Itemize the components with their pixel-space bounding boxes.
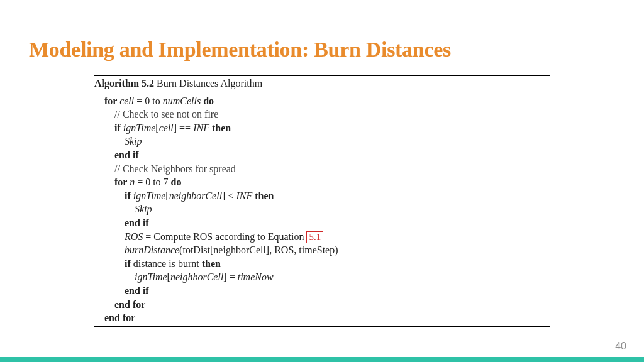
text-eq0to: = 0 to xyxy=(134,96,162,106)
stmt-skip: Skip xyxy=(125,136,142,146)
var-cell-2: cell xyxy=(159,123,174,133)
var-neighborcell-2: neighborCell xyxy=(170,272,223,282)
kw-if-3: if xyxy=(125,258,133,269)
rbracket-eq: ] == xyxy=(174,123,193,133)
rbracket-eq-2: ] = xyxy=(223,272,237,282)
var-ros: ROS xyxy=(125,231,143,242)
algo-line-if-inf: if ignTime[cell] == INF then xyxy=(94,121,550,135)
var-n: n xyxy=(130,177,135,187)
var-igntime: ignTime xyxy=(123,123,156,133)
footer-accent-bar xyxy=(0,357,644,362)
slide-title: Modeling and Implementation: Burn Distan… xyxy=(29,38,451,62)
algorithm-label: Algorithm 5.2 xyxy=(94,78,154,89)
kw-endfor-2: end for xyxy=(104,312,135,323)
algorithm-body: for cell = 0 to numCells do // Check to … xyxy=(94,92,550,326)
kw-endif: end if xyxy=(114,150,139,160)
var-neighborcell: neighborCell xyxy=(169,190,222,201)
algorithm-name: Burn Distances Algorithm xyxy=(154,78,262,89)
slide: Modeling and Implementation: Burn Distan… xyxy=(0,0,644,362)
kw-then-3: then xyxy=(202,258,221,269)
var-igntime-3: ignTime xyxy=(135,272,167,282)
algo-line-endfor-1: end for xyxy=(94,298,550,312)
algo-line-endfor-2: end for xyxy=(94,311,550,325)
algo-line-skip-1: Skip xyxy=(94,134,550,148)
algo-line-if-burnt: if distance is burnt then xyxy=(94,257,550,271)
algo-line-assign: ignTime[neighborCell] = timeNow xyxy=(94,270,550,284)
algo-line-endif-2: end if xyxy=(94,216,550,230)
rule-bottom xyxy=(94,326,550,327)
kw-endif-2: end if xyxy=(125,217,149,228)
algo-line-for-cells: for cell = 0 to numCells do xyxy=(94,94,550,108)
kw-endif-3: end if xyxy=(125,285,149,296)
kw-do-2: do xyxy=(171,177,182,187)
kw-for: for xyxy=(104,96,119,106)
text-compute-ros: = Compute ROS according to Equation xyxy=(143,231,306,242)
equation-ref[interactable]: 5.1 xyxy=(306,231,323,243)
algorithm-header: Algorithm 5.2 Burn Distances Algorithm xyxy=(94,76,550,92)
algo-line-comment-2: // Check Neighbors for spread xyxy=(94,162,550,176)
var-timenow: timeNow xyxy=(238,272,274,282)
kw-if: if xyxy=(114,123,123,133)
cond-burnt: distance is burnt xyxy=(133,258,202,269)
algo-line-ros: ROS = Compute ROS according to Equation … xyxy=(94,230,550,244)
algo-line-for-n: for n = 0 to 7 do xyxy=(94,175,550,189)
fn-args: (totDist[neighborCell], ROS, timeStep) xyxy=(179,244,338,255)
algo-line-comment-1: // Check to see not on fire xyxy=(94,107,550,121)
algo-line-skip-2: Skip xyxy=(94,202,550,216)
const-inf-2: INF xyxy=(236,190,252,201)
kw-if-2: if xyxy=(125,190,133,201)
algo-line-burndist: burnDistance(totDist[neighborCell], ROS,… xyxy=(94,243,550,257)
algorithm-block: Algorithm 5.2 Burn Distances Algorithm f… xyxy=(94,75,550,327)
algo-line-endif-3: end if xyxy=(94,284,550,298)
const-inf: INF xyxy=(193,123,209,133)
var-numcells: numCells xyxy=(163,96,201,106)
kw-endfor: end for xyxy=(114,299,145,310)
rbracket-lt: ] < xyxy=(222,190,236,201)
text-0to7: = 0 to 7 xyxy=(135,177,170,187)
fn-burndistance: burnDistance xyxy=(125,244,179,255)
kw-do: do xyxy=(201,96,214,106)
kw-then-2: then xyxy=(252,190,274,201)
algo-line-endif-1: end if xyxy=(94,148,550,162)
algo-line-if-neighbor: if ignTime[neighborCell] < INF then xyxy=(94,189,550,203)
kw-then: then xyxy=(209,123,231,133)
stmt-skip-2: Skip xyxy=(135,204,152,214)
kw-for-2: for xyxy=(114,177,130,187)
page-number: 40 xyxy=(615,341,626,352)
var-igntime-2: ignTime xyxy=(133,190,166,201)
var-cell: cell xyxy=(119,96,134,106)
